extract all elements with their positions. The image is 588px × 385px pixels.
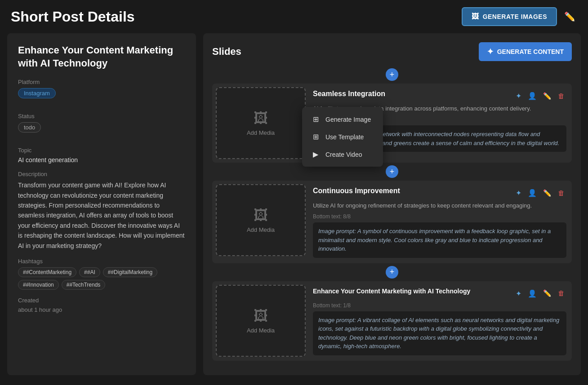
generate-image-icon: ⊞ <box>311 115 320 124</box>
context-menu-generate-label: Generate Image <box>325 116 371 123</box>
add-slide-top-button[interactable]: + <box>386 68 398 81</box>
context-menu-create-video[interactable]: ▶ Create Video <box>302 146 383 163</box>
slides-title: Slides <box>212 46 241 58</box>
slide-people-btn-1[interactable]: 👤 <box>526 90 539 102</box>
description-label: Description <box>18 171 185 177</box>
add-media-icon: 🖼 <box>254 110 268 127</box>
slide-card-2: 🖼 Add Media Continuous Improvement ✦ 👤 ✏… <box>212 181 572 263</box>
slide-media-2[interactable]: 🖼 Add Media <box>216 184 306 256</box>
create-video-icon: ▶ <box>311 150 320 159</box>
slide-bottom-text-2: Bottom text: 8/8 <box>313 213 566 220</box>
add-media-label: Add Media <box>247 129 275 136</box>
edit-icon-2: ✏️ <box>543 189 552 197</box>
add-separator-top: + <box>212 68 572 81</box>
trash-icon-2: 🗑 <box>558 189 565 197</box>
people-icon-3: 👤 <box>528 290 537 297</box>
trash-icon-3: 🗑 <box>558 289 565 297</box>
slide-media-3[interactable]: 🖼 Add Media <box>216 285 306 357</box>
slide-desc-2: Utilize AI for ongoing refinement of str… <box>313 202 566 210</box>
slide-actions-2: ✦ 👤 ✏️ 🗑 <box>514 187 566 199</box>
topic-value: AI content generation <box>18 156 185 164</box>
left-panel: Enhance Your Content Marketing with AI T… <box>7 33 196 375</box>
hashtag-item: ##AI <box>79 267 100 277</box>
generate-content-label: GENERATE CONTENT <box>497 48 564 55</box>
add-media-icon-3: 🖼 <box>254 308 268 324</box>
slide-sparkle-btn-3[interactable]: ✦ <box>514 288 523 300</box>
add-media-icon-2: 🖼 <box>254 207 268 224</box>
sparkle-icon: ✦ <box>487 47 494 57</box>
platform-label: Platform <box>18 79 185 85</box>
context-menu-generate-image[interactable]: ⊞ Generate Image <box>302 111 383 128</box>
created-label: Created <box>18 297 185 304</box>
status-label: Status <box>18 113 185 119</box>
page-title: Short Post Details <box>11 9 135 25</box>
generate-content-button[interactable]: ✦ GENERATE CONTENT <box>479 42 572 61</box>
slide-delete-btn-2[interactable]: 🗑 <box>556 187 566 199</box>
slides-header: Slides ✦ GENERATE CONTENT <box>212 42 572 61</box>
slide-edit-btn-3[interactable]: ✏️ <box>541 288 553 299</box>
slide-delete-btn-3[interactable]: 🗑 <box>556 288 566 299</box>
slide-image-prompt-2: Image prompt: A symbol of continuous imp… <box>313 222 566 258</box>
hashtag-item: ##ContentMarketing <box>18 267 76 277</box>
sparkle-icon-3: ✦ <box>516 290 521 297</box>
generate-images-label: GENERATE IMAGES <box>483 13 547 20</box>
hashtag-item: ##Innovation <box>18 280 59 290</box>
slide-actions-3: ✦ 👤 ✏️ 🗑 <box>514 288 566 300</box>
slide-top-row-3: Enhance Your Content Marketing with AI T… <box>313 288 566 300</box>
slide-actions-1: ✦ 👤 ✏️ 🗑 <box>514 90 566 102</box>
context-menu: ⊞ Generate Image ⊞ Use Template ▶ Create… <box>302 107 383 167</box>
slide-top-row-1: Seamless Integration ✦ 👤 ✏️ 🗑 <box>313 90 566 102</box>
description-text: Transform your content game with AI! Exp… <box>18 180 185 251</box>
header: Short Post Details 🖼 GENERATE IMAGES ✏️ <box>0 0 588 33</box>
slide-image-prompt-3: Image prompt: A vibrant collage of AI el… <box>313 311 566 355</box>
slide-card: 🖼 Add Media ⊞ Generate Image ⊞ Use Templ… <box>212 84 572 163</box>
sparkle-icon: ✦ <box>516 92 521 100</box>
slide-media-1[interactable]: 🖼 Add Media <box>216 87 306 159</box>
add-separator-3: + <box>212 266 572 279</box>
slide-delete-btn-1[interactable]: 🗑 <box>556 90 566 102</box>
post-title: Enhance Your Content Marketing with AI T… <box>18 44 185 70</box>
add-slide-3-button[interactable]: + <box>386 266 398 279</box>
context-menu-template-label: Use Template <box>325 133 364 141</box>
hashtags-label: Hashtags <box>18 258 185 265</box>
slide-edit-btn-2[interactable]: ✏️ <box>541 187 553 199</box>
context-menu-use-template[interactable]: ⊞ Use Template <box>302 128 383 146</box>
generate-images-button[interactable]: 🖼 GENERATE IMAGES <box>462 7 557 26</box>
header-actions: 🖼 GENERATE IMAGES ✏️ <box>462 7 577 26</box>
add-slide-2-button[interactable]: + <box>386 165 398 178</box>
sparkle-icon-2: ✦ <box>516 189 521 197</box>
slide-name-3: Enhance Your Content Marketing with AI T… <box>313 288 514 295</box>
context-menu-video-label: Create Video <box>325 151 362 158</box>
status-badge: todo <box>18 122 41 133</box>
edit-icon: ✏️ <box>543 92 552 100</box>
hashtag-item: ##TechTrends <box>62 280 106 290</box>
use-template-icon: ⊞ <box>311 133 320 141</box>
add-separator-2: + <box>212 165 572 178</box>
edit-icon-3: ✏️ <box>543 289 552 297</box>
created-value: about 1 hour ago <box>18 306 185 313</box>
slide-card-3: 🖼 Add Media Enhance Your Content Marketi… <box>212 281 572 361</box>
edit-icon-button[interactable]: ✏️ <box>562 9 577 24</box>
slide-edit-btn-1[interactable]: ✏️ <box>541 90 553 102</box>
add-media-label-3: Add Media <box>247 327 275 334</box>
add-media-label-2: Add Media <box>247 226 275 233</box>
hashtag-item: ##DigitalMarketing <box>103 267 157 277</box>
trash-icon: 🗑 <box>558 92 565 100</box>
right-panel: Slides ✦ GENERATE CONTENT + 🖼 Add Media … <box>203 33 581 375</box>
slide-people-btn-3[interactable]: 👤 <box>526 288 539 300</box>
slide-sparkle-btn-1[interactable]: ✦ <box>514 90 523 102</box>
slide-name-2: Continuous Improvement <box>313 187 514 195</box>
pencil-icon: ✏️ <box>564 12 575 22</box>
slide-content-2: Continuous Improvement ✦ 👤 ✏️ 🗑 Utilize … <box>309 181 572 263</box>
slide-bottom-text-3: Bottom text: 1/8 <box>313 302 566 309</box>
main-layout: Enhance Your Content Marketing with AI T… <box>0 33 588 382</box>
platform-badge: Instagram <box>18 88 56 98</box>
people-icon: 👤 <box>528 92 537 100</box>
slide-name-1: Seamless Integration <box>313 90 514 98</box>
people-icon-2: 👤 <box>528 189 537 197</box>
slide-top-row-2: Continuous Improvement ✦ 👤 ✏️ 🗑 <box>313 187 566 199</box>
image-icon: 🖼 <box>472 13 479 21</box>
topic-label: Topic <box>18 147 185 154</box>
slide-sparkle-btn-2[interactable]: ✦ <box>514 187 523 199</box>
slide-people-btn-2[interactable]: 👤 <box>526 187 539 199</box>
